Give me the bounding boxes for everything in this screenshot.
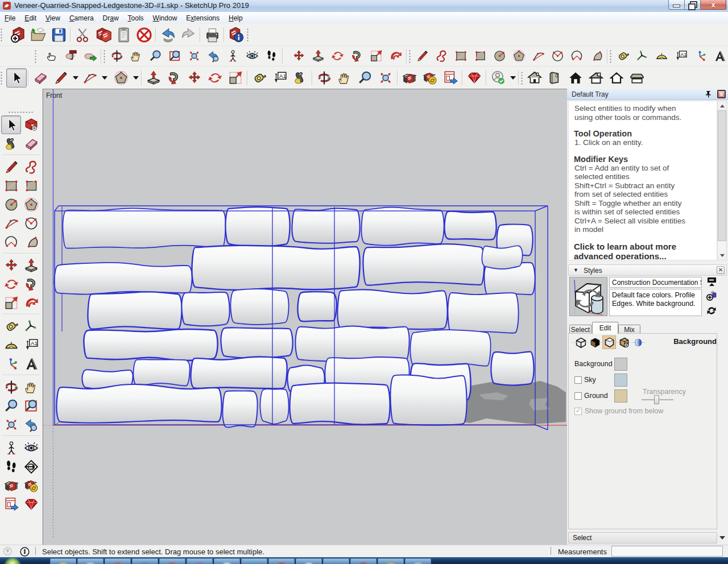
- toolbar-grip[interactable]: [35, 49, 36, 63]
- home-outline-button[interactable]: [606, 68, 627, 88]
- dropdown-arrow-icon[interactable]: [100, 69, 109, 86]
- secondary-pane-icon[interactable]: [704, 277, 719, 287]
- menu-edit[interactable]: Edit: [20, 13, 41, 23]
- scroll-thumb[interactable]: [718, 110, 726, 241]
- circle-tool-button[interactable]: [1, 195, 21, 214]
- model-info-button[interactable]: [226, 25, 246, 44]
- pie-filled-button[interactable]: [586, 48, 606, 65]
- select-button[interactable]: [6, 68, 27, 88]
- taskbar-app-tile[interactable]: [241, 558, 267, 564]
- save-button[interactable]: [48, 25, 69, 44]
- push-pull-button[interactable]: [308, 48, 328, 65]
- taskbar-app-tile[interactable]: [378, 558, 404, 564]
- freehand-button[interactable]: [432, 48, 451, 65]
- tape-measure-tool-button[interactable]: [1, 317, 21, 335]
- taskbar-app-tile[interactable]: [214, 558, 240, 564]
- polygon-button[interactable]: [509, 48, 528, 65]
- rectangle-button[interactable]: [451, 48, 470, 65]
- zoom-previous-tool-button[interactable]: [21, 415, 41, 434]
- update-style-icon[interactable]: [704, 306, 719, 316]
- credits-icon[interactable]: [20, 547, 30, 557]
- extension-warehouse-tool-button[interactable]: [21, 495, 41, 513]
- follow-me-button[interactable]: [164, 68, 184, 88]
- close-button[interactable]: x: [701, 0, 726, 10]
- line-tool-button[interactable]: [1, 157, 21, 176]
- 3d-warehouse-tool-button[interactable]: [1, 476, 21, 495]
- model-viewport[interactable]: Front: [43, 89, 567, 545]
- tray-header[interactable]: Default Tray x: [567, 89, 728, 100]
- create-style-icon[interactable]: [704, 291, 719, 302]
- menu-file[interactable]: File: [0, 13, 20, 23]
- menu-draw[interactable]: Draw: [98, 13, 123, 23]
- pin-icon[interactable]: [705, 90, 712, 98]
- home-solid-button[interactable]: [565, 68, 586, 88]
- start-orb[interactable]: [5, 558, 20, 564]
- print-button[interactable]: [202, 25, 222, 44]
- selectbar-arrow-icon[interactable]: [719, 536, 725, 542]
- share-model-button[interactable]: [420, 68, 440, 88]
- follow-me-tool-button[interactable]: [21, 275, 41, 293]
- dropdown-arrow-icon[interactable]: [131, 69, 140, 86]
- menu-help[interactable]: Help: [224, 13, 247, 23]
- tab-select[interactable]: Select: [569, 325, 592, 334]
- scale-button[interactable]: [225, 68, 246, 88]
- position-camera-button[interactable]: [223, 48, 242, 65]
- stone-panel-arrow-button[interactable]: [80, 48, 100, 65]
- taskbar-app-tile[interactable]: [323, 558, 349, 564]
- walk-button[interactable]: [262, 48, 281, 65]
- 3d-text-button[interactable]: [710, 48, 728, 65]
- polygon-tool-button[interactable]: [21, 195, 41, 214]
- taskbar-app-tile[interactable]: [268, 558, 295, 564]
- windows-taskbar[interactable]: [0, 557, 728, 564]
- menu-extensions[interactable]: Extensions: [181, 13, 224, 23]
- tape-measure-button[interactable]: [249, 68, 270, 88]
- rotated-rectangle-button[interactable]: [470, 48, 490, 65]
- pie-filled-tool-button[interactable]: [21, 233, 41, 251]
- line-button[interactable]: [412, 48, 432, 65]
- style-name-field[interactable]: Construction Documentation Sty: [609, 277, 702, 288]
- look-around-button[interactable]: [242, 48, 262, 65]
- 3d-warehouse-button[interactable]: [399, 68, 420, 88]
- background-color-swatch[interactable]: [614, 358, 627, 371]
- zoom-extents-tool-button[interactable]: [1, 415, 21, 434]
- minimize-button[interactable]: [668, 0, 685, 10]
- show-ground-checkbox[interactable]: [574, 408, 582, 415]
- sky-checkbox[interactable]: [574, 376, 582, 384]
- taskbar-app-tile[interactable]: [77, 558, 104, 564]
- paint-bucket-button[interactable]: [290, 68, 311, 88]
- toolbar-grip[interactable]: [247, 28, 249, 42]
- zoom-window-button[interactable]: [165, 48, 184, 65]
- scale-button[interactable]: [366, 48, 386, 65]
- dimension-tool-button[interactable]: A1: [21, 335, 41, 354]
- watermark-settings-icon[interactable]: [617, 335, 631, 349]
- eraser-tool-button[interactable]: [21, 134, 41, 153]
- hand-pointer-button[interactable]: [42, 48, 61, 65]
- style-thumbnail[interactable]: [569, 277, 607, 316]
- warehouse-building-button[interactable]: [627, 68, 647, 88]
- push-pull-tool-button[interactable]: [21, 256, 41, 275]
- share-model-tool-button[interactable]: [21, 476, 41, 495]
- maximize-button[interactable]: [685, 0, 701, 10]
- scroll-down-arrow[interactable]: [718, 251, 726, 260]
- component-box-button[interactable]: [545, 68, 565, 88]
- zoom-previous-button[interactable]: [204, 48, 223, 65]
- rotate-button[interactable]: [328, 48, 347, 65]
- undo-button[interactable]: [158, 25, 178, 44]
- house-chimney-button[interactable]: [586, 68, 606, 88]
- ground-checkbox[interactable]: [574, 392, 582, 400]
- arc-3pt-tool-button[interactable]: [1, 233, 21, 251]
- taskbar-app-tile[interactable]: [132, 558, 158, 564]
- ground-color-swatch[interactable]: [614, 389, 627, 403]
- circle-button[interactable]: [490, 48, 509, 65]
- transparency-slider-thumb[interactable]: [654, 395, 659, 404]
- move-button[interactable]: [184, 68, 205, 88]
- styles-close-icon[interactable]: ✕: [717, 266, 725, 274]
- taskbar-app-tile[interactable]: [50, 558, 76, 564]
- select-tool-button[interactable]: [1, 115, 21, 134]
- taskbar-app-tile[interactable]: [405, 558, 431, 564]
- toolbar-grip[interactable]: [409, 49, 411, 63]
- axes-tool-button[interactable]: [1, 354, 21, 373]
- zoom-window-tool-button[interactable]: [21, 396, 41, 415]
- toolbar-grip[interactable]: [521, 71, 523, 85]
- menu-tools[interactable]: Tools: [123, 13, 148, 23]
